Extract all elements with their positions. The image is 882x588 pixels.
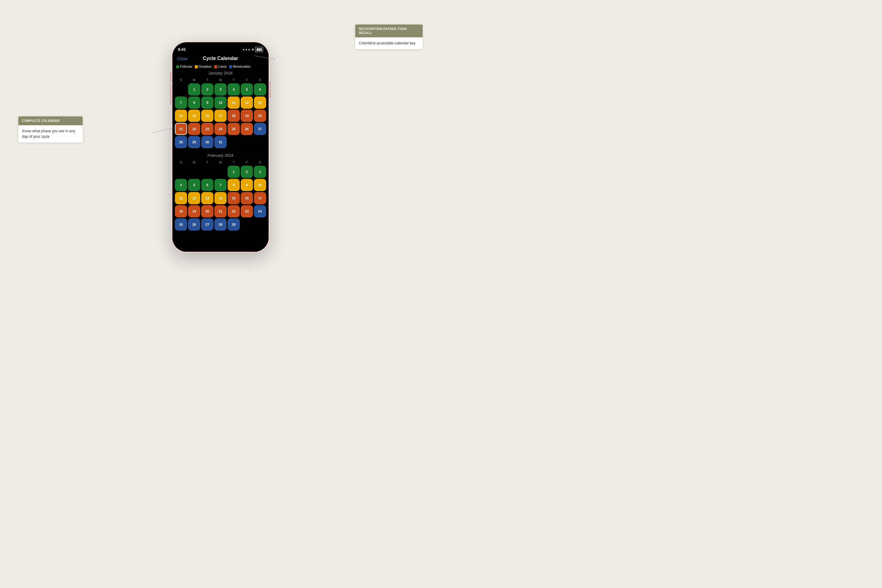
phone-screen: 9:41 ▲▲▲ ⌾ ▮▮▮ Close Cycle Calendar Foll… [172, 42, 268, 252]
calendar-day-2[interactable]: 2 [201, 83, 213, 96]
calendar-day-22[interactable]: 22 [228, 205, 240, 218]
calendar-day-9[interactable]: 9 [241, 179, 253, 191]
calendar-day-7[interactable]: 7 [214, 179, 226, 191]
legend-label-menstruation: Menstruation [233, 65, 251, 68]
weekdays-january: SMTWTFS [175, 78, 266, 82]
calendar-day-16[interactable]: 16 [201, 110, 213, 122]
calendar-january: January 2024 SMTWTFS 1234567891011121314… [172, 71, 268, 148]
legend-item-luteal: Luteal [214, 65, 226, 68]
calendar-day-12[interactable]: 12 [188, 192, 200, 204]
calendar-day-19[interactable]: 19 [241, 110, 253, 122]
calendar-day-20[interactable]: 20 [254, 110, 266, 122]
app-content[interactable]: Close Cycle Calendar Follicular Ovulatio… [172, 53, 268, 252]
calendar-day-26[interactable]: 26 [241, 123, 253, 135]
annotation-left-header-text: COMPLETE CALENDAR [22, 119, 79, 123]
calendar-day-12[interactable]: 12 [241, 96, 253, 109]
calendar-day-29[interactable]: 29 [228, 218, 240, 231]
calendar-day-27[interactable]: 27 [201, 218, 213, 231]
calendar-day-10[interactable]: 10 [214, 96, 226, 109]
weekday-label: F [241, 160, 253, 165]
calendar-day-25[interactable]: 25 [228, 123, 240, 135]
calendar-day-20[interactable]: 20 [201, 205, 213, 218]
annotation-left: COMPLETE CALENDAR Know what phase you ar… [18, 116, 82, 142]
legend: Follicular Ovulation Luteal Menstruation [172, 64, 268, 71]
weekday-label: M [188, 78, 200, 82]
dynamic-island [207, 45, 234, 52]
calendar-day-18[interactable]: 18 [228, 110, 240, 122]
calendar-day-29[interactable]: 29 [188, 136, 200, 148]
calendar-day-11[interactable]: 11 [228, 96, 240, 109]
annotation-left-body-text: Know what phase you are in any day of yo… [22, 128, 79, 140]
calendar-day-empty [175, 83, 187, 96]
calendar-day-11[interactable]: 11 [175, 192, 187, 204]
calendar-day-2[interactable]: 2 [241, 166, 253, 178]
calendar-day-8[interactable]: 8 [188, 96, 200, 109]
legend-dot-follicular [176, 65, 179, 68]
calendar-day-7[interactable]: 7 [175, 96, 187, 109]
weekday-label: W [214, 160, 226, 165]
weekday-label: S [175, 78, 187, 82]
calendar-day-6[interactable]: 6 [254, 83, 266, 96]
calendar-day-23[interactable]: 23 [241, 205, 253, 218]
weekday-label: T [201, 78, 213, 82]
signal-icon: ▲▲▲ [242, 48, 250, 51]
weekday-label: W [214, 78, 226, 82]
svg-point-1 [276, 58, 278, 61]
calendar-day-19[interactable]: 19 [188, 205, 200, 218]
status-bar: 9:41 ▲▲▲ ⌾ ▮▮▮ [172, 42, 268, 53]
status-icons: ▲▲▲ ⌾ ▮▮▮ [242, 47, 263, 52]
calendar-day-30[interactable]: 30 [201, 136, 213, 148]
weekday-label: T [201, 160, 213, 165]
calendar-day-5[interactable]: 5 [188, 179, 200, 191]
calendar-day-empty [214, 166, 226, 178]
calendar-day-27[interactable]: 27 [254, 123, 266, 135]
calendar-grid-january: 1234567891011121314151617181920212223242… [175, 83, 266, 148]
calendar-day-25[interactable]: 25 [175, 218, 187, 231]
annotation-left-body: Know what phase you are in any day of yo… [18, 125, 82, 142]
legend-dot-luteal [214, 65, 217, 68]
annotation-right-body-text: Colorblind accessible calendar key [359, 40, 419, 46]
calendar-day-9[interactable]: 9 [201, 96, 213, 109]
calendar-day-21[interactable]: 21 [214, 205, 226, 218]
calendar-day-1[interactable]: 1 [188, 83, 200, 96]
calendar-day-15[interactable]: 15 [228, 192, 240, 204]
calendar-day-23[interactable]: 23 [201, 123, 213, 135]
calendar-day-14[interactable]: 14 [214, 192, 226, 204]
calendar-day-10[interactable]: 10 [254, 179, 266, 191]
legend-dot-ovulation [195, 65, 198, 68]
calendar-day-21[interactable]: 21 [175, 123, 187, 135]
calendar-day-14[interactable]: 14 [175, 110, 187, 122]
calendar-day-3[interactable]: 3 [254, 166, 266, 178]
calendar-day-13[interactable]: 13 [201, 192, 213, 204]
calendar-day-13[interactable]: 13 [254, 96, 266, 109]
calendar-day-6[interactable]: 6 [201, 179, 213, 191]
annotation-left-header: COMPLETE CALENDAR [18, 116, 82, 125]
calendar-day-26[interactable]: 26 [188, 218, 200, 231]
calendar-day-empty [188, 166, 200, 178]
calendar-day-28[interactable]: 28 [214, 218, 226, 231]
weekday-label: S [175, 160, 187, 165]
calendar-day-5[interactable]: 5 [241, 83, 253, 96]
calendar-day-1[interactable]: 1 [228, 166, 240, 178]
legend-label-luteal: Luteal [218, 65, 226, 68]
calendar-day-3[interactable]: 3 [214, 83, 226, 96]
annotation-right-header-text: RECOGNITION RATHER THAN RECALL [359, 27, 419, 35]
calendar-day-8[interactable]: 8 [228, 179, 240, 191]
calendar-day-28[interactable]: 28 [175, 136, 187, 148]
calendar-day-17[interactable]: 17 [214, 110, 226, 122]
calendar-day-17[interactable]: 17 [254, 192, 266, 204]
legend-item-follicular: Follicular [176, 65, 192, 68]
calendar-day-31[interactable]: 31 [214, 136, 226, 148]
calendar-day-22[interactable]: 22 [188, 123, 200, 135]
calendar-day-4[interactable]: 4 [175, 179, 187, 191]
annotation-right: RECOGNITION RATHER THAN RECALL Colorblin… [355, 24, 423, 49]
calendar-day-24[interactable]: 24 [254, 205, 266, 218]
calendar-day-18[interactable]: 18 [175, 205, 187, 218]
calendar-day-4[interactable]: 4 [228, 83, 240, 96]
calendar-day-15[interactable]: 15 [188, 110, 200, 122]
calendar-day-16[interactable]: 16 [241, 192, 253, 204]
month-february: February 2024 [175, 153, 266, 158]
close-button[interactable]: Close [177, 56, 188, 61]
calendar-day-24[interactable]: 24 [214, 123, 226, 135]
wifi-icon: ⌾ [252, 48, 254, 51]
